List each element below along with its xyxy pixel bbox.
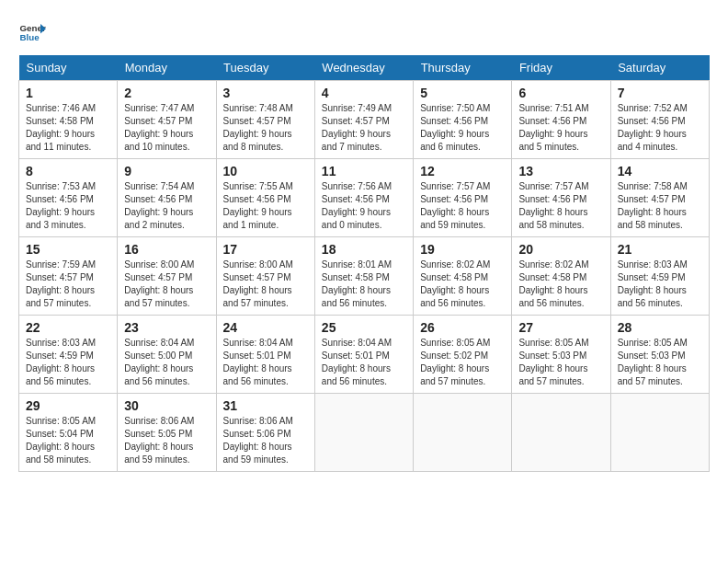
day-cell [414, 394, 512, 472]
day-cell [512, 394, 610, 472]
day-cell: 23Sunrise: 8:04 AMSunset: 5:00 PMDayligh… [118, 316, 216, 394]
day-number: 27 [518, 320, 603, 335]
day-number: 24 [223, 320, 308, 335]
day-info: Sunrise: 7:59 AMSunset: 4:57 PMDaylight:… [26, 259, 110, 310]
day-cell [610, 394, 709, 472]
col-header-sunday: Sunday [19, 55, 118, 81]
day-number: 19 [420, 242, 505, 257]
header-row: SundayMondayTuesdayWednesdayThursdayFrid… [19, 55, 710, 81]
day-cell: 15Sunrise: 7:59 AMSunset: 4:57 PMDayligh… [19, 237, 118, 316]
day-number: 31 [223, 398, 308, 413]
day-cell: 6Sunrise: 7:51 AMSunset: 4:56 PMDaylight… [512, 81, 610, 159]
page-header: General Blue [18, 18, 710, 46]
day-cell: 4Sunrise: 7:49 AMSunset: 4:57 PMDaylight… [314, 81, 413, 159]
day-cell: 5Sunrise: 7:50 AMSunset: 4:56 PMDaylight… [414, 81, 512, 159]
day-number: 8 [26, 164, 110, 178]
day-number: 12 [420, 164, 505, 178]
day-info: Sunrise: 8:00 AMSunset: 4:57 PMDaylight:… [124, 259, 209, 310]
day-info: Sunrise: 7:50 AMSunset: 4:56 PMDaylight:… [420, 102, 505, 154]
day-number: 20 [518, 242, 603, 257]
day-cell: 28Sunrise: 8:05 AMSunset: 5:03 PMDayligh… [610, 316, 709, 394]
day-cell: 9Sunrise: 7:54 AMSunset: 4:56 PMDaylight… [118, 159, 216, 237]
col-header-thursday: Thursday [414, 55, 512, 81]
day-number: 7 [618, 86, 702, 100]
day-info: Sunrise: 7:48 AMSunset: 4:57 PMDaylight:… [223, 102, 308, 154]
day-info: Sunrise: 8:05 AMSunset: 5:02 PMDaylight:… [420, 337, 505, 388]
day-cell: 14Sunrise: 7:58 AMSunset: 4:57 PMDayligh… [610, 159, 709, 237]
day-info: Sunrise: 8:00 AMSunset: 4:57 PMDaylight:… [223, 259, 308, 310]
day-number: 25 [322, 320, 406, 335]
day-cell: 16Sunrise: 8:00 AMSunset: 4:57 PMDayligh… [118, 237, 216, 316]
day-number: 4 [322, 86, 406, 100]
day-cell: 27Sunrise: 8:05 AMSunset: 5:03 PMDayligh… [512, 316, 610, 394]
week-row-5: 29Sunrise: 8:05 AMSunset: 5:04 PMDayligh… [19, 394, 710, 472]
day-info: Sunrise: 8:05 AMSunset: 5:03 PMDaylight:… [618, 337, 702, 388]
day-cell: 17Sunrise: 8:00 AMSunset: 4:57 PMDayligh… [216, 237, 314, 316]
col-header-friday: Friday [512, 55, 610, 81]
day-info: Sunrise: 8:04 AMSunset: 5:01 PMDaylight:… [223, 337, 308, 388]
day-number: 5 [420, 86, 505, 100]
day-info: Sunrise: 8:06 AMSunset: 5:06 PMDaylight:… [223, 415, 308, 466]
day-cell: 8Sunrise: 7:53 AMSunset: 4:56 PMDaylight… [19, 159, 118, 237]
day-cell: 21Sunrise: 8:03 AMSunset: 4:59 PMDayligh… [610, 237, 709, 316]
day-info: Sunrise: 7:51 AMSunset: 4:56 PMDaylight:… [518, 102, 603, 154]
day-cell [314, 394, 413, 472]
day-cell: 18Sunrise: 8:01 AMSunset: 4:58 PMDayligh… [314, 237, 413, 316]
day-number: 17 [223, 242, 308, 257]
week-row-3: 15Sunrise: 7:59 AMSunset: 4:57 PMDayligh… [19, 237, 710, 316]
day-number: 28 [618, 320, 702, 335]
day-info: Sunrise: 8:01 AMSunset: 4:58 PMDaylight:… [322, 259, 406, 310]
day-info: Sunrise: 7:58 AMSunset: 4:57 PMDaylight:… [618, 180, 702, 232]
day-info: Sunrise: 7:49 AMSunset: 4:57 PMDaylight:… [322, 102, 406, 154]
day-cell: 25Sunrise: 8:04 AMSunset: 5:01 PMDayligh… [314, 316, 413, 394]
day-number: 11 [322, 164, 406, 178]
calendar-table: SundayMondayTuesdayWednesdayThursdayFrid… [18, 55, 710, 472]
day-number: 16 [124, 242, 209, 257]
day-info: Sunrise: 7:55 AMSunset: 4:56 PMDaylight:… [223, 180, 308, 232]
day-number: 1 [26, 86, 110, 100]
day-info: Sunrise: 8:02 AMSunset: 4:58 PMDaylight:… [420, 259, 505, 310]
day-info: Sunrise: 8:04 AMSunset: 5:00 PMDaylight:… [124, 337, 209, 388]
week-row-1: 1Sunrise: 7:46 AMSunset: 4:58 PMDaylight… [19, 81, 710, 159]
day-number: 9 [124, 164, 209, 178]
day-number: 14 [618, 164, 702, 178]
day-number: 3 [223, 86, 308, 100]
day-number: 26 [420, 320, 505, 335]
day-cell: 29Sunrise: 8:05 AMSunset: 5:04 PMDayligh… [19, 394, 118, 472]
day-info: Sunrise: 8:04 AMSunset: 5:01 PMDaylight:… [322, 337, 406, 388]
week-row-2: 8Sunrise: 7:53 AMSunset: 4:56 PMDaylight… [19, 159, 710, 237]
day-number: 29 [26, 398, 110, 413]
day-cell: 11Sunrise: 7:56 AMSunset: 4:56 PMDayligh… [314, 159, 413, 237]
day-info: Sunrise: 8:06 AMSunset: 5:05 PMDaylight:… [124, 415, 209, 466]
col-header-tuesday: Tuesday [216, 55, 314, 81]
day-cell: 7Sunrise: 7:52 AMSunset: 4:56 PMDaylight… [610, 81, 709, 159]
day-cell: 13Sunrise: 7:57 AMSunset: 4:56 PMDayligh… [512, 159, 610, 237]
day-info: Sunrise: 7:57 AMSunset: 4:56 PMDaylight:… [518, 180, 603, 232]
day-cell: 1Sunrise: 7:46 AMSunset: 4:58 PMDaylight… [19, 81, 118, 159]
logo-icon: General Blue [18, 18, 46, 46]
day-cell: 19Sunrise: 8:02 AMSunset: 4:58 PMDayligh… [414, 237, 512, 316]
day-cell: 22Sunrise: 8:03 AMSunset: 4:59 PMDayligh… [19, 316, 118, 394]
day-info: Sunrise: 7:46 AMSunset: 4:58 PMDaylight:… [26, 102, 110, 154]
col-header-monday: Monday [118, 55, 216, 81]
day-info: Sunrise: 8:02 AMSunset: 4:58 PMDaylight:… [518, 259, 603, 310]
day-info: Sunrise: 8:05 AMSunset: 5:04 PMDaylight:… [26, 415, 110, 466]
day-info: Sunrise: 7:56 AMSunset: 4:56 PMDaylight:… [322, 180, 406, 232]
day-info: Sunrise: 7:52 AMSunset: 4:56 PMDaylight:… [618, 102, 702, 154]
day-cell: 2Sunrise: 7:47 AMSunset: 4:57 PMDaylight… [118, 81, 216, 159]
day-info: Sunrise: 8:03 AMSunset: 4:59 PMDaylight:… [618, 259, 702, 310]
col-header-wednesday: Wednesday [314, 55, 413, 81]
day-info: Sunrise: 8:03 AMSunset: 4:59 PMDaylight:… [26, 337, 110, 388]
logo: General Blue [18, 18, 46, 46]
day-number: 13 [518, 164, 603, 178]
day-cell: 24Sunrise: 8:04 AMSunset: 5:01 PMDayligh… [216, 316, 314, 394]
week-row-4: 22Sunrise: 8:03 AMSunset: 4:59 PMDayligh… [19, 316, 710, 394]
day-number: 22 [26, 320, 110, 335]
day-number: 10 [223, 164, 308, 178]
day-number: 30 [124, 398, 209, 413]
day-cell: 26Sunrise: 8:05 AMSunset: 5:02 PMDayligh… [414, 316, 512, 394]
day-info: Sunrise: 8:05 AMSunset: 5:03 PMDaylight:… [518, 337, 603, 388]
col-header-saturday: Saturday [610, 55, 709, 81]
day-cell: 20Sunrise: 8:02 AMSunset: 4:58 PMDayligh… [512, 237, 610, 316]
day-info: Sunrise: 7:54 AMSunset: 4:56 PMDaylight:… [124, 180, 209, 232]
